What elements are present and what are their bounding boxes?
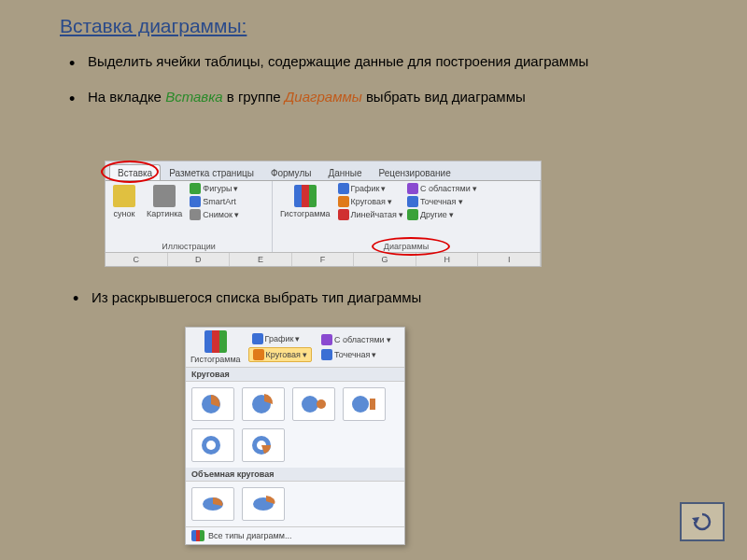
- picture-icon: [113, 185, 135, 207]
- keyword-vstavka: Вставка: [165, 89, 222, 105]
- label: Круговая: [351, 197, 386, 206]
- col-header: F: [292, 253, 355, 266]
- page-title: Вставка диаграммы:: [60, 15, 247, 37]
- bullet-list-2: Из раскрывшегося списка выбрать тип диаг…: [73, 289, 691, 305]
- text: На вкладке: [88, 89, 165, 105]
- smartart-icon: [190, 196, 201, 207]
- btn-histogram-2[interactable]: Гистограмма: [189, 330, 243, 364]
- col-header: D: [168, 253, 231, 266]
- pie-chart-type-3[interactable]: [292, 387, 335, 421]
- btn-clipart[interactable]: Картинка: [143, 183, 186, 220]
- label: С областями: [334, 335, 385, 344]
- pie3d-chart-type-1[interactable]: [191, 487, 234, 521]
- bullet-list: Выделить ячейки таблицы, содержащие данн…: [69, 52, 691, 124]
- btn-chart-line[interactable]: График ▾: [338, 183, 403, 194]
- label: Все типы диаграмм...: [208, 531, 291, 540]
- clipart-icon: [153, 185, 176, 207]
- tab-formulas[interactable]: Формулы: [262, 164, 320, 180]
- btn-chart-other[interactable]: Другие ▾: [407, 209, 477, 220]
- tab-data[interactable]: Данные: [319, 164, 370, 180]
- label: Другие: [420, 210, 447, 219]
- bar-chart-icon: [338, 209, 349, 220]
- label: Круговая: [266, 350, 301, 359]
- svg-point-7: [206, 441, 216, 450]
- btn-chart-area-2[interactable]: С областями ▾: [317, 333, 395, 346]
- btn-chart-pie-selected[interactable]: Круговая ▾: [248, 347, 312, 362]
- label: Снимок: [203, 210, 233, 219]
- label: Точечная: [420, 197, 457, 206]
- dropdown-section-3dpie: Объемная круговая: [186, 468, 404, 482]
- pie-chart-type-1[interactable]: [191, 387, 234, 421]
- text: выбрать вид диаграммы: [362, 89, 526, 105]
- ribbon-tabs: Вставка Разметка страницы Формулы Данные…: [106, 161, 541, 181]
- group-label-charts: Диаграммы: [276, 241, 536, 252]
- scatter-chart-icon: [407, 196, 418, 207]
- svg-point-2: [302, 396, 318, 413]
- pie-chart-type-4[interactable]: [343, 387, 386, 421]
- bullet-item-1: Выделить ячейки таблицы, содержащие данн…: [69, 52, 691, 71]
- shapes-icon: [190, 183, 201, 194]
- pie-chart-type-6[interactable]: [242, 428, 285, 462]
- label: SmartArt: [203, 197, 236, 206]
- pie-chart-icon: [338, 196, 349, 207]
- svg-rect-5: [370, 399, 375, 410]
- tab-review[interactable]: Рецензирование: [371, 164, 459, 180]
- back-arrow-icon: [689, 511, 715, 533]
- label: Картинка: [147, 209, 182, 218]
- label: С областями: [420, 184, 471, 193]
- pie-thumbs: [186, 382, 404, 468]
- histogram-icon: [204, 330, 227, 353]
- pie-chart-type-2[interactable]: [242, 387, 285, 421]
- svg-point-3: [317, 399, 326, 409]
- btn-shapes[interactable]: Фигуры ▾: [190, 183, 239, 194]
- btn-picture[interactable]: сунок: [109, 183, 139, 220]
- bullet-item-2: На вкладке Вставка в группе Диаграммы вы…: [69, 88, 691, 106]
- tab-page-layout[interactable]: Разметка страницы: [161, 164, 262, 180]
- chart-dropdown-screenshot: Гистограмма График ▾ Круговая ▾ С област…: [185, 327, 405, 545]
- btn-chart-scatter-2[interactable]: Точечная ▾: [317, 348, 395, 361]
- area-chart-icon: [407, 183, 418, 194]
- bullet-item-3: Из раскрывшегося списка выбрать тип диаг…: [73, 289, 691, 305]
- histogram-icon: [294, 185, 317, 207]
- label: сунок: [114, 209, 135, 218]
- label: График: [265, 334, 294, 343]
- label: График: [351, 184, 380, 193]
- group-label-illustrations: Иллюстрации: [109, 241, 268, 252]
- line-chart-icon: [338, 183, 349, 194]
- label: Гистограмма: [280, 209, 331, 218]
- pie3d-thumbs: [186, 482, 404, 526]
- pie-chart-icon: [253, 349, 264, 360]
- col-header: I: [478, 253, 541, 266]
- other-chart-icon: [407, 209, 418, 220]
- col-header: E: [230, 253, 292, 266]
- back-button[interactable]: [680, 502, 725, 541]
- area-chart-icon: [321, 334, 332, 345]
- spreadsheet-columns: C D E F G H I: [106, 252, 541, 266]
- screenshot-icon: [190, 209, 201, 220]
- pie3d-chart-type-2[interactable]: [242, 487, 285, 521]
- btn-chart-pie[interactable]: Круговая ▾: [338, 196, 403, 207]
- all-charts-icon: [191, 530, 204, 541]
- ribbon-screenshot-1: Вставка Разметка страницы Формулы Данные…: [105, 161, 542, 267]
- btn-chart-line-2[interactable]: График ▾: [248, 332, 312, 345]
- text: в группе: [223, 89, 285, 105]
- all-chart-types[interactable]: Все типы диаграмм...: [186, 526, 404, 544]
- svg-point-4: [352, 396, 369, 413]
- btn-chart-scatter[interactable]: Точечная ▾: [407, 196, 477, 207]
- keyword-diagrams: Диаграммы: [285, 89, 362, 105]
- btn-screenshot[interactable]: Снимок ▾: [190, 209, 239, 220]
- line-chart-icon: [252, 333, 263, 344]
- btn-smartart[interactable]: SmartArt: [190, 196, 239, 207]
- col-header: C: [106, 253, 168, 266]
- label: Точечная: [334, 350, 371, 359]
- pie-chart-type-5[interactable]: [191, 428, 234, 462]
- label: Фигуры: [203, 184, 232, 193]
- btn-chart-area[interactable]: С областями ▾: [407, 183, 477, 194]
- dropdown-section-pie: Круговая: [186, 368, 404, 382]
- col-header: G: [354, 253, 416, 266]
- tab-insert[interactable]: Вставка: [109, 164, 161, 180]
- btn-chart-bar[interactable]: Линейчатая ▾: [338, 209, 403, 220]
- label: Гистограмма: [190, 355, 241, 364]
- btn-histogram[interactable]: Гистограмма: [276, 183, 334, 220]
- scatter-chart-icon: [321, 349, 332, 360]
